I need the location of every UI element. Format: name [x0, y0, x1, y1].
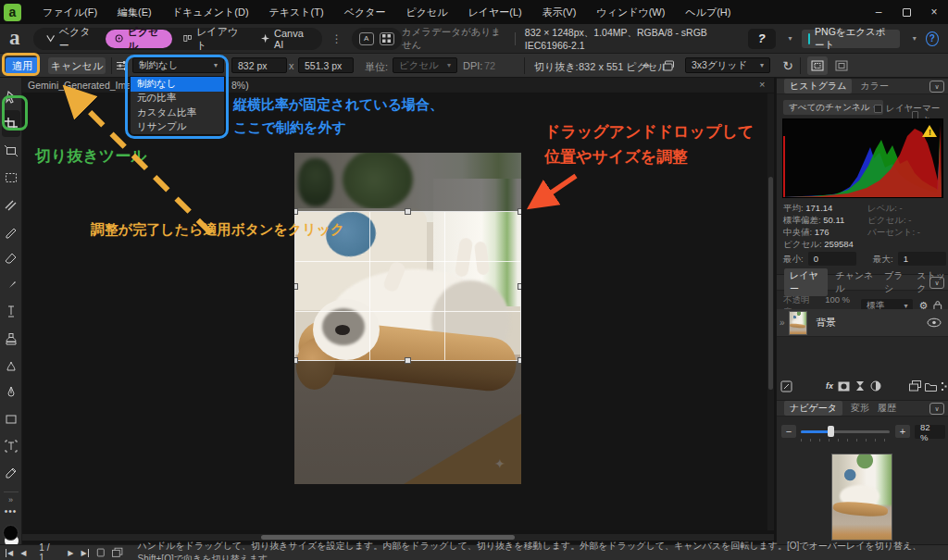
vertical-scrollbar[interactable] [767, 93, 774, 530]
last-page-button[interactable]: ▶ [81, 549, 88, 557]
export-chevron-icon[interactable]: ▾ [913, 34, 917, 43]
min-input[interactable]: 0 [808, 252, 856, 266]
close-button[interactable]: × [920, 0, 948, 24]
selection-brush-tool[interactable] [2, 191, 20, 218]
tab-close-icon[interactable]: × [759, 79, 765, 90]
crop-handle-bottom[interactable] [405, 357, 411, 364]
tab-layers[interactable]: レイヤー [784, 268, 828, 296]
first-page-button[interactable]: ◀ [6, 549, 13, 557]
rotate-canvas-icon[interactable]: ↻ [780, 58, 795, 73]
more-tools-button[interactable]: » [8, 495, 13, 506]
persona-vector[interactable]: ベクター [37, 30, 104, 48]
constraint-dropdown[interactable]: 制約なし▾ [132, 57, 224, 73]
clone-stamp-tool[interactable] [2, 325, 20, 352]
zoom-out-button[interactable]: − [781, 425, 796, 438]
crop-handle-top[interactable] [405, 208, 411, 215]
apps-grid-icon[interactable] [380, 32, 394, 45]
unit-dropdown[interactable]: ピクセル▾ [393, 57, 457, 73]
persona-pixel[interactable]: ピクセル [106, 30, 172, 48]
max-input[interactable]: 1 [898, 252, 946, 266]
panel-menu-button[interactable]: ∨ [929, 277, 944, 289]
menu-view[interactable]: 表示(V) [532, 0, 587, 24]
move-tool[interactable] [2, 83, 20, 110]
dpi-value[interactable]: 72 [484, 60, 495, 71]
overlay-mode-darken-button[interactable] [807, 56, 828, 75]
menu-help[interactable]: ヘルプ(H) [675, 0, 741, 24]
menu-document[interactable]: ドキュメント(D) [162, 0, 259, 24]
live-filter-icon[interactable] [870, 380, 881, 392]
menu-window[interactable]: ウィンドウ(W) [586, 0, 675, 24]
tab-channels[interactable]: チャンネル [836, 269, 877, 295]
cancel-button[interactable]: キャンセル [48, 57, 106, 74]
tab-transform[interactable]: 変形 [851, 402, 869, 415]
resize-canvas-tool[interactable] [2, 137, 20, 164]
apply-button[interactable]: 適用 [6, 57, 39, 74]
crop-height-input[interactable]: 551.3 px [298, 57, 354, 73]
photo-image[interactable]: ✦ [294, 153, 521, 484]
crop-handle-right[interactable] [518, 283, 521, 290]
navigator-thumbnail[interactable] [831, 454, 892, 541]
tab-histogram[interactable]: ヒストグラム [784, 79, 852, 93]
overflow-menu-icon[interactable]: ⋮ [331, 32, 343, 45]
panel-menu-button[interactable]: ∨ [929, 403, 944, 415]
layer-thumbnail[interactable] [789, 311, 807, 335]
edit-document-icon[interactable] [780, 380, 792, 392]
menu-edit[interactable]: 編集(E) [107, 0, 162, 24]
layer-visibility-eye-icon[interactable] [927, 317, 942, 328]
crop-handle-top-right[interactable] [518, 208, 521, 215]
adjustment-layer-icon[interactable] [854, 380, 866, 392]
slider-thumb[interactable] [828, 426, 834, 437]
minimize-button[interactable]: – [865, 0, 892, 24]
foreground-color-swatch[interactable] [3, 525, 19, 541]
crop-region[interactable] [294, 211, 521, 361]
duplicate-page-icon[interactable] [112, 547, 122, 558]
eraser-tool[interactable] [2, 244, 20, 271]
panel-menu-button[interactable]: ∨ [929, 81, 944, 93]
dissolve-icon[interactable] [941, 380, 948, 392]
export-png-button[interactable]: PNGをエクスポート [802, 30, 900, 48]
mask-layer-icon[interactable] [838, 380, 850, 392]
zoom-in-button[interactable]: + [895, 425, 910, 438]
crop-handle-bottom-left[interactable] [294, 357, 298, 364]
previous-page-button[interactable]: ◀ [20, 549, 26, 557]
zoom-slider[interactable] [801, 426, 890, 437]
layer-expand-icon[interactable]: » [780, 317, 785, 328]
overlay-grid-dropdown[interactable]: 3x3グリッド▾ [685, 57, 770, 73]
frame-text-tool[interactable] [2, 432, 20, 459]
channel-dropdown[interactable]: すべてのチャンネル▾ [783, 100, 883, 115]
next-page-button[interactable]: ▶ [68, 549, 73, 557]
paint-brush-tool[interactable] [2, 271, 20, 298]
layer-effects-fx-icon[interactable]: fx [826, 380, 833, 392]
presets-stack-icon[interactable] [661, 58, 676, 73]
add-page-icon[interactable] [96, 547, 106, 558]
crop-tool[interactable] [2, 110, 20, 137]
rotation-center-icon[interactable]: ⌖ [639, 58, 654, 73]
tab-brushes[interactable]: ブラシ [884, 269, 908, 295]
marquee-select-tool[interactable] [2, 164, 20, 191]
option-no-constraint[interactable]: 制約なし [131, 77, 224, 92]
assistant-button[interactable]: ? [748, 29, 776, 49]
tab-color[interactable]: カラー [860, 80, 888, 93]
rectangle-tool[interactable] [2, 405, 20, 432]
option-custom-ratio[interactable]: カスタム比率 [131, 106, 224, 120]
layer-row-background[interactable]: » 背景 [777, 309, 948, 337]
duplicate-layer-icon[interactable] [909, 380, 921, 392]
healing-brush-tool[interactable] [2, 218, 20, 244]
overlay-mode-clear-button[interactable] [831, 56, 852, 75]
persona-canva-ai[interactable]: Canva AI [252, 30, 318, 48]
pixel-brush-tool[interactable] [2, 298, 20, 325]
menu-file[interactable]: ファイル(F) [32, 0, 107, 24]
crop-handle-left[interactable] [294, 283, 298, 290]
pen-tool[interactable] [2, 379, 20, 405]
option-resample[interactable]: リサンプル [131, 120, 224, 135]
group-folder-icon[interactable] [925, 380, 937, 392]
customize-tools-button[interactable]: ••• [5, 506, 18, 519]
zoom-percent-value[interactable]: 82 % [915, 425, 945, 439]
color-picker-tool[interactable] [2, 459, 20, 486]
options-sliders-icon[interactable] [115, 58, 130, 73]
menu-text[interactable]: テキスト(T) [259, 0, 334, 24]
scrollbar-thumb[interactable] [768, 177, 773, 390]
auto-assist-icon[interactable]: A [359, 32, 374, 45]
crop-width-input[interactable]: 832 px [231, 57, 287, 73]
restore-button[interactable] [892, 0, 920, 24]
